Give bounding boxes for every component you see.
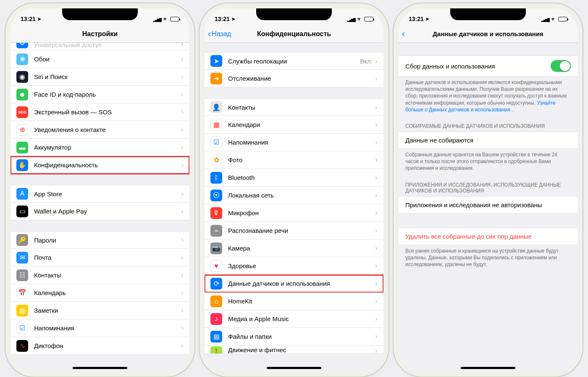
settings-row[interactable]: ▤Заметки› [10,302,189,319]
section-header-apps: ПРИЛОЖЕНИЯ И ИССЛЕДОВАНИЯ, ИСПОЛЬЗУЮЩИЕ … [399,174,578,196]
settings-row[interactable]: SOSЭкстренный вызов — SOS› [10,103,189,121]
settings-row-partial[interactable]: ⚙︎Универсальный доступ› [10,43,189,50]
chevron-right-icon: › [375,314,378,323]
settings-row[interactable]: ⟳Данные датчиков и использования› [205,275,383,293]
row-icon: ✉︎ [16,252,28,264]
row-icon: SOS [16,106,28,118]
settings-row[interactable]: ▦Календари› [205,116,383,134]
nav-bar: ‹ Данные датчиков и использования [399,25,578,43]
phone-settings: 13:21➤ ᯤ Настройки ⚙︎Универсальный досту… [10,8,189,372]
toggle-row[interactable]: Сбор данных и использования [399,55,578,76]
settings-list[interactable]: ⚙︎Универсальный доступ›❀Обои›◉Siri и Пои… [10,43,189,372]
row-icon: ⌂ [210,295,222,307]
row-label: Диктофон [34,342,181,349]
row-detail: Вкл. [360,58,373,65]
settings-row[interactable]: ▬Аккумулятор› [10,139,189,156]
row-icon: ▭ [16,206,28,217]
row-label: Отслеживание [228,75,375,82]
row-icon: 📷 [210,243,222,254]
wifi-icon: ᯤ [163,16,168,22]
row-label: Конфиденциальность [34,161,181,169]
settings-row[interactable]: ◉Siri и Поиск› [10,68,189,86]
row-icon: ✋ [16,159,28,171]
chevron-right-icon: › [375,244,378,253]
settings-row[interactable]: ⦿Локальная сеть› [205,187,383,204]
row-icon: ⦿ [210,190,222,201]
chevron-right-icon: › [181,90,184,99]
settings-row[interactable]: ☑︎Напоминания› [10,319,189,337]
row-icon: ☷ [16,269,28,281]
row-icon: 🏃 [210,346,222,354]
chevron-right-icon: › [375,138,378,147]
nav-title: Конфиденциальность [257,30,331,38]
settings-row[interactable]: 🏃Движение и фитнес› [205,345,383,354]
wifi-icon: ᯤ [357,16,362,22]
row-label: Распознавание речи [228,227,375,234]
row-icon: ▬ [16,142,28,153]
row-label: Медиа и Apple Music [228,315,375,322]
wifi-icon: ᯤ [551,16,556,22]
settings-row[interactable]: ♥︎Здоровье› [205,257,383,275]
settings-row[interactable]: ➜Отслеживание› [205,70,383,87]
settings-row[interactable]: 📷Камера› [205,240,383,257]
row-label: Микрофон [228,209,375,216]
sensor-detail[interactable]: Сбор данных и использования Данные датчи… [399,43,578,372]
back-label: Назад [212,30,231,38]
back-button[interactable]: ‹ [402,29,406,40]
chevron-right-icon: › [375,120,378,129]
chevron-right-icon: › [375,332,378,341]
home-indicator[interactable] [73,367,127,369]
row-icon: ⌁ [210,225,222,237]
settings-row[interactable]: ∿Диктофон› [10,337,189,355]
chevron-right-icon: › [375,226,378,235]
settings-row[interactable]: ♪Медиа и Apple Music› [205,310,383,328]
row-label: Здоровье [228,262,375,269]
toggle-switch[interactable] [551,60,571,72]
settings-row[interactable]: ▤Файлы и папки› [205,328,383,345]
chevron-right-icon: › [375,208,378,217]
row-label: Движение и фитнес [228,346,375,353]
row-icon: 🎙 [210,207,222,219]
settings-row[interactable]: ⌂HomeKit› [205,293,383,310]
settings-row[interactable]: ☻Face ID и код-пароль› [10,86,189,103]
chevron-right-icon: › [181,306,184,315]
settings-row[interactable]: ➤Службы геолокацииВкл.› [205,52,383,70]
chevron-right-icon: › [181,341,184,350]
row-icon: ☻ [16,89,28,100]
settings-row[interactable]: AApp Store› [10,185,189,203]
row-icon: 🔑 [16,234,28,246]
chevron-right-icon: › [181,161,184,169]
settings-row[interactable]: ✿Фото› [205,151,383,169]
location-icon: ➤ [37,16,41,22]
chevron-right-icon: › [181,143,184,152]
row-icon: ♪ [210,313,222,325]
settings-row[interactable]: ⌁Распознавание речи› [205,222,383,240]
home-indicator[interactable] [267,367,321,369]
back-button[interactable]: ‹Назад [208,29,231,40]
settings-row[interactable]: ⊕Уведомления о контакте› [10,121,189,139]
delete-button[interactable]: Удалить все собранные до сих пор данные [399,228,578,245]
settings-row[interactable]: ✉︎Почта› [10,249,189,266]
chevron-right-icon: › [375,261,378,270]
settings-row[interactable]: ᛒBluetooth› [205,169,383,187]
location-icon: ➤ [231,16,235,22]
chevron-right-icon: › [181,190,184,198]
chevron-right-icon: › [181,207,184,216]
settings-row[interactable]: 📅Календарь› [10,284,189,302]
settings-row[interactable]: ▭Wallet и Apple Pay› [10,203,189,220]
settings-row[interactable]: ☷Контакты› [10,266,189,284]
chevron-right-icon: › [181,125,184,134]
row-label: Службы геолокации [228,58,360,65]
settings-row[interactable]: 🔑Пароли› [10,231,189,249]
row-label: Уведомления о контакте [34,126,181,133]
nav-bar: ‹Назад Конфиденциальность [205,25,383,43]
privacy-list[interactable]: ➤Службы геолокацииВкл.›➜Отслеживание›👤Ко… [205,43,383,372]
settings-row[interactable]: 🎙Микрофон› [205,204,383,222]
settings-row[interactable]: ❀Обои› [10,50,189,68]
settings-row[interactable]: 👤Контакты› [205,98,383,116]
settings-row[interactable]: ☑︎Напоминания› [205,134,383,151]
row-label: Камера [228,245,375,252]
settings-row[interactable]: ✋Конфиденциальность› [10,156,189,174]
chevron-right-icon: › [181,55,184,63]
home-indicator[interactable] [461,367,515,369]
